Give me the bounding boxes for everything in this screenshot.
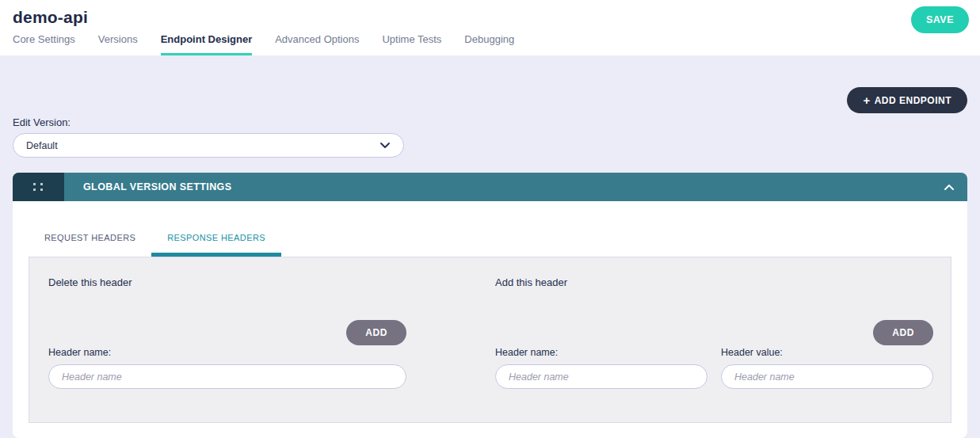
- main-content: + ADD ENDPOINT Edit Version: Default GLO…: [0, 55, 980, 438]
- add-endpoint-button[interactable]: + ADD ENDPOINT: [847, 87, 967, 113]
- tab-advanced-options[interactable]: Advanced Options: [275, 33, 359, 55]
- drag-handle[interactable]: [13, 173, 64, 201]
- version-block: Edit Version: Default: [13, 116, 967, 158]
- tab-request-headers[interactable]: REQUEST HEADERS: [29, 233, 151, 257]
- version-select-value: Default: [26, 140, 379, 151]
- add-add-button[interactable]: ADD: [873, 320, 933, 345]
- tab-endpoint-designer[interactable]: Endpoint Designer: [161, 33, 253, 55]
- tab-debugging[interactable]: Debugging: [464, 33, 514, 55]
- delete-header-name-label: Header name:: [48, 347, 406, 358]
- version-select[interactable]: Default: [13, 133, 404, 158]
- card-title: GLOBAL VERSION SETTINGS: [83, 181, 231, 192]
- chevron-down-icon: [379, 142, 391, 149]
- page-header: demo-api SAVE Core Settings Versions End…: [0, 0, 980, 55]
- add-header-value-input[interactable]: [721, 364, 933, 389]
- tab-versions[interactable]: Versions: [98, 33, 138, 55]
- global-version-settings-card: GLOBAL VERSION SETTINGS REQUEST HEADERS …: [13, 173, 967, 438]
- chevron-up-icon: [944, 184, 955, 191]
- delete-header-section: Delete this header ADD Header name:: [48, 276, 406, 389]
- page-title: demo-api: [13, 8, 88, 27]
- card-body: REQUEST HEADERS RESPONSE HEADERS Delete …: [13, 201, 967, 438]
- delete-add-button[interactable]: ADD: [346, 320, 406, 345]
- add-header-fields: Header name: Header value:: [495, 345, 933, 389]
- delete-section-title: Delete this header: [48, 276, 406, 288]
- endpoint-toolbar: + ADD ENDPOINT: [13, 55, 967, 113]
- add-header-name-input[interactable]: [495, 364, 707, 389]
- title-row: demo-api: [13, 0, 967, 27]
- tab-uptime-tests[interactable]: Uptime Tests: [382, 33, 441, 55]
- add-section-title: Add this header: [495, 276, 933, 288]
- tab-core-settings[interactable]: Core Settings: [13, 33, 75, 55]
- delete-header-name-input[interactable]: [48, 364, 406, 389]
- save-button[interactable]: SAVE: [911, 6, 969, 33]
- plus-icon: +: [863, 94, 870, 106]
- collapse-button[interactable]: [944, 184, 955, 191]
- add-header-value-field: Header value:: [721, 345, 933, 389]
- add-endpoint-label: ADD ENDPOINT: [875, 95, 951, 106]
- edit-version-label: Edit Version:: [13, 116, 967, 128]
- add-header-name-label: Header name:: [495, 347, 707, 358]
- drag-dots-icon: [33, 183, 44, 192]
- response-headers-panel: Delete this header ADD Header name: Add …: [29, 257, 951, 423]
- global-version-settings-bar: GLOBAL VERSION SETTINGS: [13, 173, 967, 201]
- add-header-section: Add this header ADD Header name: Header …: [495, 276, 933, 389]
- tab-response-headers[interactable]: RESPONSE HEADERS: [151, 233, 281, 257]
- add-header-value-label: Header value:: [721, 347, 933, 358]
- main-tabs: Core Settings Versions Endpoint Designer…: [13, 33, 514, 55]
- add-header-name-field: Header name:: [495, 345, 707, 389]
- header-tabs: REQUEST HEADERS RESPONSE HEADERS: [29, 233, 951, 257]
